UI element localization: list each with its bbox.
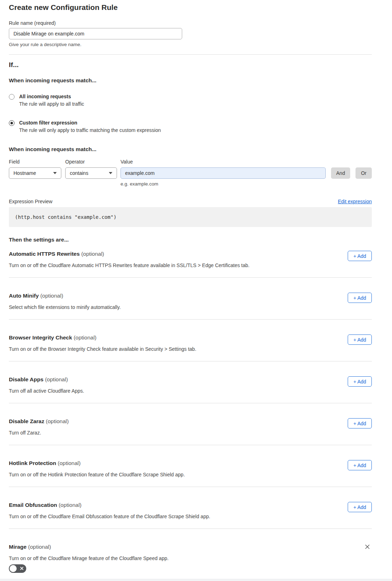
setting-hotlink-protection: Hotlink Protection (optional) Turn on or… bbox=[9, 445, 372, 487]
radio-description: The rule will apply to all traffic bbox=[19, 101, 84, 107]
setting-email-obfuscation: Email Obfuscation (optional) Turn on or … bbox=[9, 487, 372, 529]
setting-browser-integrity-check: Browser Integrity Check (optional) Turn … bbox=[9, 320, 372, 361]
setting-description: Turn on or off the Cloudflare Mirage fea… bbox=[9, 555, 372, 561]
add-button[interactable]: + Add bbox=[348, 418, 372, 428]
or-button[interactable]: Or bbox=[355, 167, 372, 179]
setting-auto-minify: Auto Minify (optional) Select which file… bbox=[9, 278, 372, 320]
field-select-value: Hostname bbox=[13, 170, 36, 176]
rule-name-input[interactable] bbox=[9, 28, 182, 39]
if-heading: If... bbox=[9, 61, 372, 69]
setting-disable-apps: Disable Apps (optional) Turn off all act… bbox=[9, 361, 372, 403]
setting-title: Hotlink Protection (optional) bbox=[9, 460, 185, 466]
operator-select[interactable]: contains bbox=[65, 167, 117, 179]
expression-text: (http.host contains "example.com") bbox=[15, 214, 117, 220]
then-settings-heading: Then the settings are... bbox=[9, 237, 372, 243]
and-button[interactable]: And bbox=[331, 167, 351, 179]
setting-description: Turn off all active Cloudflare Apps. bbox=[9, 388, 84, 394]
setting-title: Disable Apps (optional) bbox=[9, 376, 84, 382]
section-divider bbox=[9, 54, 372, 55]
setting-title: Browser Integrity Check (optional) bbox=[9, 334, 196, 341]
value-hint: e.g. example.com bbox=[121, 181, 372, 187]
setting-disable-zaraz: Disable Zaraz (optional) Turn off Zaraz.… bbox=[9, 403, 372, 445]
page-title: Create new Configuration Rule bbox=[9, 3, 372, 12]
setting-description: Select which file extensions to minify a… bbox=[9, 304, 121, 310]
setting-description: Turn off Zaraz. bbox=[9, 430, 69, 436]
value-input[interactable] bbox=[121, 167, 326, 179]
radio-option-all-requests[interactable]: All incoming requests The rule will appl… bbox=[9, 94, 372, 107]
setting-automatic-https-rewrites: Automatic HTTPS Rewrites (optional) Turn… bbox=[9, 243, 372, 278]
setting-title: Mirage (optional) bbox=[9, 544, 51, 550]
field-label: Field bbox=[9, 159, 65, 165]
add-button[interactable]: + Add bbox=[348, 502, 372, 512]
value-label: Value bbox=[121, 159, 133, 165]
chevron-down-icon bbox=[109, 172, 112, 174]
field-select[interactable]: Hostname bbox=[9, 167, 61, 179]
radio-description: The rule will only apply to traffic matc… bbox=[19, 127, 161, 133]
radio-label[interactable]: All incoming requests bbox=[19, 94, 84, 100]
setting-title: Disable Zaraz (optional) bbox=[9, 418, 69, 424]
setting-title: Email Obfuscation (optional) bbox=[9, 502, 210, 508]
setting-description: Turn on or off the Hotlink Protection fe… bbox=[9, 472, 185, 477]
expression-builder-column-labels: Field Operator Value bbox=[9, 159, 372, 165]
match-heading: When incoming requests match... bbox=[9, 77, 372, 84]
operator-select-value: contains bbox=[70, 170, 88, 176]
add-button[interactable]: + Add bbox=[348, 334, 372, 345]
radio-selected-icon[interactable] bbox=[9, 120, 15, 126]
mirage-toggle-off[interactable] bbox=[9, 564, 26, 573]
add-button[interactable]: + Add bbox=[348, 293, 372, 303]
expression-preview-row: Expression Preview Edit expression bbox=[9, 199, 372, 204]
operator-label: Operator bbox=[65, 159, 121, 165]
setting-description: Turn on or off the Browser Integrity Che… bbox=[9, 346, 196, 352]
expression-builder-heading: When incoming requests match... bbox=[9, 146, 372, 153]
add-button[interactable]: + Add bbox=[348, 376, 372, 387]
rule-name-label: Rule name (required) bbox=[9, 20, 372, 26]
edit-expression-link[interactable]: Edit expression bbox=[338, 199, 372, 204]
setting-mirage: Mirage (optional) Turn on or off the Clo… bbox=[9, 529, 372, 581]
create-configuration-rule-page: Create new Configuration Rule Rule name … bbox=[0, 0, 392, 581]
radio-option-custom-expression[interactable]: Custom filter expression The rule will o… bbox=[9, 120, 372, 133]
setting-title: Automatic HTTPS Rewrites (optional) bbox=[9, 251, 250, 257]
expression-builder-row: Hostname contains And Or bbox=[9, 167, 372, 179]
radio-unselected-icon[interactable] bbox=[9, 94, 15, 100]
rule-name-help: Give your rule a descriptive name. bbox=[9, 42, 372, 47]
toggle-off-x-icon bbox=[20, 566, 24, 570]
chevron-down-icon bbox=[53, 172, 57, 174]
setting-description: Turn on or off the Cloudflare Automatic … bbox=[9, 262, 250, 268]
footer-strip bbox=[0, 579, 392, 581]
add-button[interactable]: + Add bbox=[348, 251, 372, 261]
expression-preview-block: (http.host contains "example.com") bbox=[9, 207, 372, 227]
add-button[interactable]: + Add bbox=[348, 460, 372, 470]
close-icon[interactable] bbox=[365, 544, 370, 549]
expression-preview-label: Expression Preview bbox=[9, 199, 52, 204]
radio-label[interactable]: Custom filter expression bbox=[19, 120, 161, 126]
toggle-knob bbox=[10, 565, 17, 572]
setting-title: Auto Minify (optional) bbox=[9, 293, 121, 299]
setting-description: Turn on or off the Cloudflare Email Obfu… bbox=[9, 514, 210, 519]
